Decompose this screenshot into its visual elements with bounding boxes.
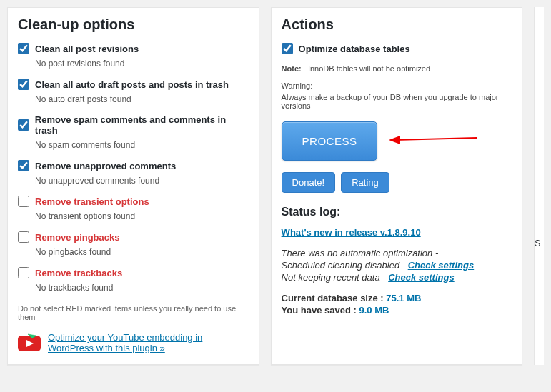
arrow-annotation-icon [387,131,480,151]
svg-marker-4 [389,136,400,144]
cleanup-checkbox-6[interactable] [18,267,29,278]
cleanup-label-6[interactable]: Remove trackbacks [35,268,122,278]
note-row: Note: InnoDB tables will not be optimize… [282,64,512,73]
promo-row: Optimize your YouTube embedding in WordP… [18,331,249,354]
actions-title: Actions [282,16,512,33]
cleanup-checkbox-3[interactable] [18,160,29,171]
cleanup-sub-3: No unapproved comments found [35,176,249,186]
cleanup-checkbox-1[interactable] [18,79,29,90]
cleanup-footnote: Do not select RED marked items unless yo… [18,304,249,321]
saved-row: You have saved : 9.0 MB [282,305,512,316]
cleanup-title: Clean-up options [18,16,249,33]
cleanup-label-5[interactable]: Remove pingbacks [35,232,120,243]
cleanup-label-3[interactable]: Remove unapproved comments [35,161,176,171]
cleanup-label-0[interactable]: Clean all post revisions [35,44,139,54]
cleanup-sub-1: No auto draft posts found [35,94,249,104]
status-auto: There was no automatic optimization - [282,248,512,258]
check-settings-link-1[interactable]: Check settings [408,260,474,271]
actions-panel: Actions Optimize database tables Note: I… [271,7,523,365]
check-settings-link-2[interactable]: Check settings [388,272,454,283]
cleanup-sub-0: No post revisions found [35,59,249,69]
promo-link[interactable]: Optimize your YouTube embedding in WordP… [48,332,249,353]
optimize-tables-checkbox[interactable] [282,43,293,54]
status-keeping: Not keeping recent data - Check settings [282,272,512,283]
process-button[interactable]: PROCESS [282,121,378,161]
warning-text: Always make a backup of your DB when you… [282,93,512,110]
cleanup-label-2[interactable]: Remove spam comments and comments in tra… [35,114,249,136]
side-edge: S [534,7,544,365]
youtube-play-icon [18,331,41,354]
cleanup-sub-5: No pingbacks found [35,247,249,257]
status-scheduled: Scheduled cleaning disabled - Check sett… [282,260,512,271]
cleanup-checkbox-5[interactable] [18,231,29,243]
cleanup-sub-4: No transient options found [35,211,249,221]
svg-line-3 [394,138,477,140]
donate-button[interactable]: Donate! [282,172,336,193]
cleanup-panel: Clean-up options Clean all post revision… [7,7,259,365]
status-log-title: Status log: [282,206,512,218]
whats-new-link[interactable]: What's new in release v.1.8.9.10 [282,227,421,238]
rating-button[interactable]: Rating [341,172,389,193]
cleanup-label-4[interactable]: Remove transient options [35,196,149,207]
warning-label: Warning: [282,81,512,90]
optimize-tables-label[interactable]: Optimize database tables [299,44,410,54]
cleanup-label-1[interactable]: Clean all auto draft posts and posts in … [35,79,229,90]
db-size-row: Current database size : 75.1 MB [282,293,512,303]
cleanup-checkbox-2[interactable] [18,119,29,131]
cleanup-sub-2: No spam comments found [35,140,249,150]
cleanup-checkbox-4[interactable] [18,196,29,207]
cleanup-checkbox-0[interactable] [18,43,29,54]
cleanup-sub-6: No trackbacks found [35,283,249,293]
